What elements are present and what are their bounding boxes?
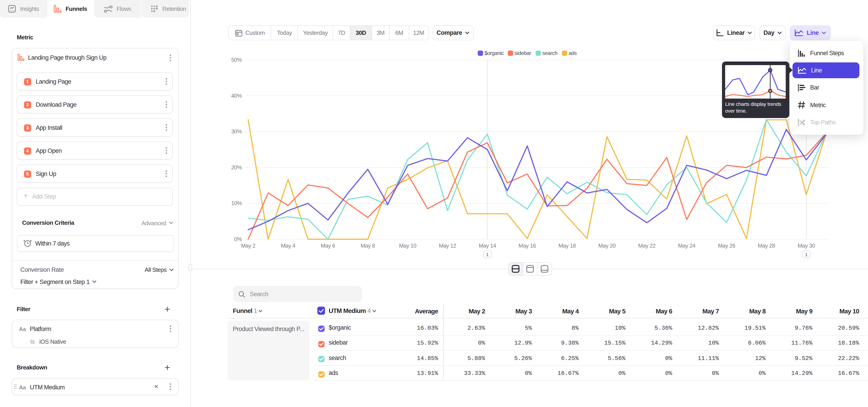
svg-text:May 2: May 2 bbox=[241, 243, 255, 249]
svg-text:sidebar: sidebar bbox=[515, 50, 531, 56]
svg-text:May 22: May 22 bbox=[638, 243, 655, 249]
svg-text:1: 1 bbox=[486, 252, 489, 257]
svg-text:30%: 30% bbox=[231, 128, 242, 134]
svg-text:May 14: May 14 bbox=[479, 243, 496, 249]
svg-text:May 4: May 4 bbox=[281, 243, 295, 249]
svg-text:May 16: May 16 bbox=[519, 243, 536, 249]
svg-text:May 24: May 24 bbox=[678, 243, 695, 249]
svg-text:May 26: May 26 bbox=[718, 243, 735, 249]
svg-text:May 30: May 30 bbox=[798, 243, 815, 249]
svg-text:ads: ads bbox=[568, 50, 577, 56]
svg-text:1: 1 bbox=[805, 252, 808, 257]
svg-text:$organic: $organic bbox=[485, 50, 504, 56]
svg-text:May 20: May 20 bbox=[598, 243, 616, 249]
svg-text:0%: 0% bbox=[234, 236, 242, 242]
svg-text:May 8: May 8 bbox=[361, 243, 375, 249]
svg-text:May 12: May 12 bbox=[439, 243, 456, 249]
svg-text:40%: 40% bbox=[231, 93, 242, 99]
svg-text:May 6: May 6 bbox=[321, 243, 335, 249]
svg-text:search: search bbox=[542, 50, 557, 56]
svg-text:May 28: May 28 bbox=[758, 243, 775, 249]
svg-text:10%: 10% bbox=[231, 200, 242, 206]
svg-text:May 18: May 18 bbox=[559, 243, 576, 249]
svg-text:50%: 50% bbox=[231, 57, 242, 63]
svg-text:May 10: May 10 bbox=[399, 243, 416, 249]
svg-text:20%: 20% bbox=[231, 164, 242, 170]
